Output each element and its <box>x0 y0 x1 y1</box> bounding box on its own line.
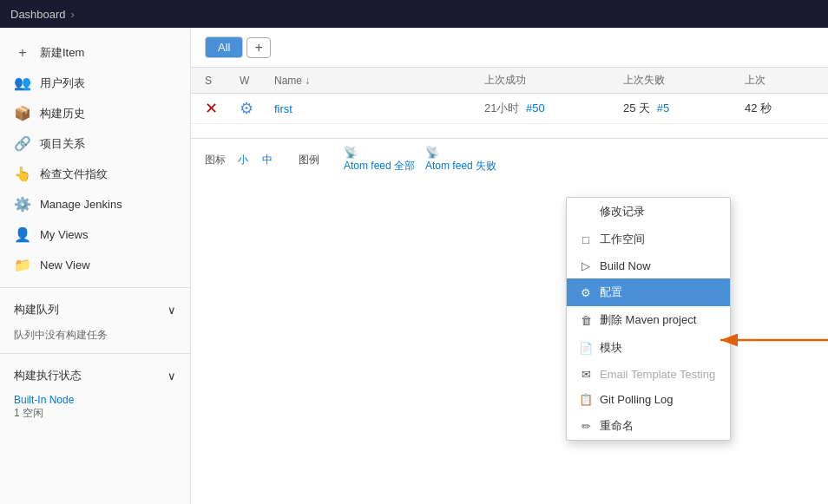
tab-add-button[interactable]: + <box>246 37 270 58</box>
sidebar-label-new-item: 新建Item <box>40 45 176 61</box>
bottom-bar: 图标 小 中 图例 📡 Atom feed 全部 📡 Atom feed 失败 <box>191 138 828 180</box>
table-header: S W Name ↓ 上次成功 上次失败 上次 <box>191 68 828 94</box>
cm-icon-workspace: □ <box>579 233 593 246</box>
sidebar-item-my-views[interactable]: 👤 My Views <box>0 219 190 250</box>
breadcrumb: Dashboard › <box>10 8 80 21</box>
atom-all-icon: 📡 <box>344 146 358 159</box>
cm-label-git-polling-log: Git Polling Log <box>600 393 674 406</box>
build-queue-content: 队列中没有构建任务 <box>0 324 190 346</box>
header-s: S <box>205 75 240 87</box>
sidebar-icon-user-list: 👥 <box>14 75 31 91</box>
cm-icon-modules: 📄 <box>579 342 593 355</box>
sidebar-label-my-views: My Views <box>40 228 176 241</box>
cm-label-modules: 模块 <box>600 340 622 356</box>
sidebar-item-new-item[interactable]: + 新建Item <box>0 38 190 68</box>
context-menu-item-modules[interactable]: 📄 模块 <box>567 334 730 362</box>
context-menu-item-rename[interactable]: ✏ 重命名 <box>567 412 730 440</box>
atom-fail-wrapper: 📡 Atom feed 失败 <box>425 146 496 173</box>
layout: + 新建Item 👥 用户列表 📦 构建历史 🔗 项目关系 👆 检查文件指纹 ⚙… <box>0 28 828 504</box>
last-failure-cell: 25 天 #5 <box>623 101 745 116</box>
sidebar-item-check-fingerprint[interactable]: 👆 检查文件指纹 <box>0 159 190 189</box>
atom-all-link[interactable]: Atom feed 全部 <box>344 159 415 173</box>
context-menu-item-change-log[interactable]: 修改记录 <box>567 198 730 226</box>
table-row: ✕ ⚙ first 21小时 #50 25 天 #5 42 秒 <box>191 94 828 124</box>
cm-label-configure: 配置 <box>600 285 622 300</box>
atom-fail-link[interactable]: Atom feed 失败 <box>425 159 496 173</box>
main-content: All + S W Name ↓ 上次成功 上次失败 上次 ✕ ⚙ <box>191 28 828 504</box>
sidebar-label-user-list: 用户列表 <box>40 75 176 91</box>
sidebar-label-check-fingerprint: 检查文件指纹 <box>40 167 176 182</box>
last-failure-build-link[interactable]: #5 <box>657 101 669 115</box>
header-last-duration: 上次 <box>745 73 814 88</box>
gear-spin-icon: ⚙ <box>240 99 253 118</box>
table-container: S W Name ↓ 上次成功 上次失败 上次 ✕ ⚙ first 21小时 <box>191 68 828 124</box>
breadcrumb-separator: › <box>71 8 75 21</box>
last-failure-time: 25 天 <box>623 101 650 115</box>
context-menu-item-delete-maven[interactable]: 🗑 删除 Maven project <box>567 306 730 334</box>
executor-title: 构建执行状态 <box>14 368 82 383</box>
sidebar-label-build-history: 构建历史 <box>40 106 176 121</box>
executor-header[interactable]: 构建执行状态 ∨ <box>0 361 190 390</box>
sidebar-icon-build-history: 📦 <box>14 105 31 121</box>
sidebar-label-new-view: New View <box>40 259 176 272</box>
sidebar-item-manage-jenkins[interactable]: ⚙️ Manage Jenkins <box>0 189 190 219</box>
breadcrumb-home[interactable]: Dashboard <box>10 8 66 21</box>
context-menu[interactable]: 修改记录 □ 工作空间 ▷ Build Now ⚙ 配置 🗑 删除 Maven … <box>566 197 731 441</box>
header-last-failure: 上次失败 <box>623 73 745 88</box>
cm-label-delete-maven: 删除 Maven project <box>600 312 696 328</box>
size-small-link[interactable]: 小 <box>238 153 248 167</box>
build-queue-empty: 队列中没有构建任务 <box>14 329 108 341</box>
sidebar-label-manage-jenkins: Manage Jenkins <box>40 198 176 211</box>
cm-icon-build-now: ▷ <box>579 259 593 272</box>
atom-all-wrapper: 📡 Atom feed 全部 <box>344 146 415 173</box>
sidebar-icon-my-views: 👤 <box>14 226 31 243</box>
legend-label: 图标 <box>205 153 226 167</box>
sidebar-item-build-history[interactable]: 📦 构建历史 <box>0 98 190 128</box>
cm-icon-delete-maven: 🗑 <box>579 314 593 327</box>
cm-icon-rename: ✏ <box>579 420 593 433</box>
sidebar-item-user-list[interactable]: 👥 用户列表 <box>0 68 190 98</box>
cm-icon-email-template: ✉ <box>579 368 593 381</box>
executor-content: Built-In Node 1 空闲 <box>0 390 190 424</box>
context-menu-item-git-polling-log[interactable]: 📋 Git Polling Log <box>567 387 730 412</box>
sidebar-item-new-view[interactable]: 📁 New View <box>0 250 190 280</box>
fail-icon: ✕ <box>205 100 218 117</box>
cm-label-change-log: 修改记录 <box>600 204 645 219</box>
build-queue-title: 构建队列 <box>14 302 59 317</box>
sidebar-icon-manage-jenkins: ⚙️ <box>14 196 31 213</box>
sidebar-item-project-relation[interactable]: 🔗 项目关系 <box>0 128 190 159</box>
context-menu-item-configure[interactable]: ⚙ 配置 <box>567 278 730 306</box>
status-s: ✕ <box>205 99 240 118</box>
sidebar-section-build-queue: 构建队列 ∨ 队列中没有构建任务 <box>0 287 190 346</box>
size-medium-link[interactable]: 中 <box>262 153 273 167</box>
executor-status: 1 空闲 <box>14 407 43 419</box>
tab-all[interactable]: All <box>205 36 243 58</box>
project-link[interactable]: first <box>274 102 292 115</box>
header-last-success: 上次成功 <box>484 73 623 88</box>
sidebar-icon-check-fingerprint: 👆 <box>14 166 31 182</box>
cm-label-rename: 重命名 <box>600 418 634 434</box>
sidebar-icon-project-relation: 🔗 <box>14 135 31 152</box>
header-name: Name ↓ <box>274 75 484 87</box>
context-menu-item-email-template: ✉ Email Template Testing <box>567 362 730 387</box>
cm-label-email-template: Email Template Testing <box>600 368 715 381</box>
last-success-time: 21小时 <box>484 101 519 115</box>
cm-icon-git-polling-log: 📋 <box>579 393 593 406</box>
sidebar: + 新建Item 👥 用户列表 📦 构建历史 🔗 项目关系 👆 检查文件指纹 ⚙… <box>0 28 191 504</box>
context-menu-item-build-now[interactable]: ▷ Build Now <box>567 253 730 278</box>
executor-node-link[interactable]: Built-In Node <box>14 394 74 406</box>
last-success-build-link[interactable]: #50 <box>526 101 545 115</box>
sidebar-label-project-relation: 项目关系 <box>40 136 176 152</box>
legend-label2: 图例 <box>299 153 319 167</box>
sidebar-section-executor: 构建执行状态 ∨ Built-In Node 1 空闲 <box>0 353 190 424</box>
build-queue-chevron: ∨ <box>168 304 176 317</box>
atom-fail-icon: 📡 <box>425 146 439 159</box>
build-queue-header[interactable]: 构建队列 ∨ <box>0 295 190 324</box>
cm-label-build-now: Build Now <box>600 259 651 272</box>
status-w: ⚙ <box>240 99 274 118</box>
sidebar-icon-new-item: + <box>14 45 31 61</box>
context-menu-item-workspace[interactable]: □ 工作空间 <box>567 226 730 253</box>
view-tabs: All + <box>191 28 828 68</box>
topbar: Dashboard › <box>0 0 828 28</box>
cm-label-workspace: 工作空间 <box>600 232 645 247</box>
